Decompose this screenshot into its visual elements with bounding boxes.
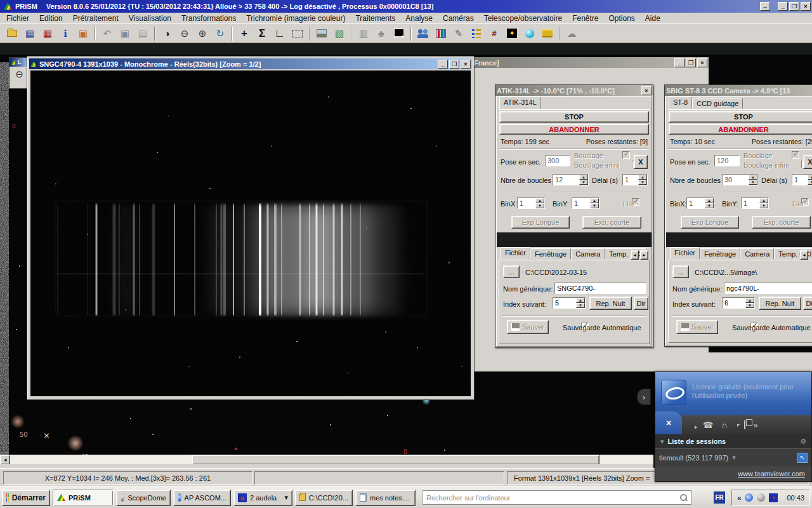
sbig-titlebar[interactable]: SBIG ST-8 3 CCD Camera -> 4.9°C [13 <box>665 85 812 96</box>
tab-scroll-left-button[interactable]: ◄ <box>800 250 808 260</box>
zoom-out-icon[interactable]: ⊖ <box>176 26 193 41</box>
tab-fichier[interactable]: Fichier <box>501 247 530 259</box>
more-icon[interactable]: » <box>754 420 758 430</box>
clipboard-icon[interactable]: ▥ <box>355 26 372 41</box>
atik-binx-spinner[interactable]: 1▲▼ <box>517 197 545 209</box>
sbig-dir-button[interactable]: Dir <box>803 297 812 310</box>
save-red-icon[interactable]: ▦ <box>39 26 56 41</box>
atik-exp-longue-button[interactable]: Exp Longue <box>511 216 570 229</box>
profile-plot-icon[interactable]: ∟ <box>272 26 288 41</box>
edit-user-icon[interactable]: ✎ <box>450 26 467 41</box>
selection-icon[interactable] <box>289 26 306 41</box>
menu-item-traitements[interactable]: Traitements <box>350 13 400 24</box>
menu-item-edition[interactable]: Edition <box>34 13 68 24</box>
levels-icon[interactable]: ◑ <box>159 26 175 41</box>
histogram-icon[interactable] <box>433 26 449 41</box>
tab-camera[interactable]: Camera <box>571 248 605 259</box>
sbig-exp-longue-button[interactable]: Exp Longue <box>681 216 739 229</box>
search-input[interactable]: Rechercher sur l'ordinateur <box>422 490 692 505</box>
info-icon[interactable]: ℹ <box>57 26 74 41</box>
sbig-exp-courte-button[interactable]: Exp. courte <box>752 216 811 229</box>
tab-camera[interactable]: Camera <box>740 248 774 259</box>
atik-sauver-button[interactable]: Sauver <box>507 320 549 334</box>
tray-icon-1[interactable] <box>745 493 753 502</box>
atik-rep-nuit-button[interactable]: Rep. Nuit <box>589 297 632 310</box>
atik-exp-courte-button[interactable]: Exp. courte <box>582 216 641 229</box>
open-image-icon[interactable] <box>4 26 20 41</box>
sbig-abandon-button[interactable]: ABANDONNER <box>669 124 812 135</box>
sbig-rep-nuit-button[interactable]: Rep. Nuit <box>759 297 801 310</box>
copy-icon[interactable]: ▣ <box>117 26 133 41</box>
atik-browse-button[interactable]: ... <box>503 265 520 278</box>
resize-button[interactable]: ↔ <box>760 2 770 11</box>
menu-item-cam-ras[interactable]: Caméras <box>438 13 479 24</box>
menu-item-analyse[interactable]: Analyse <box>400 13 438 24</box>
atik-biny-spinner[interactable]: 1▲▼ <box>572 197 599 209</box>
taskbar-item-d-marrer[interactable]: Démarrer <box>2 490 50 506</box>
save-icon[interactable]: ▦ <box>22 26 38 41</box>
grid-check-icon[interactable]: # <box>486 26 502 41</box>
menu-item-pr-traitement[interactable]: Prétraitement <box>68 13 124 24</box>
sigma-icon[interactable]: Σ <box>254 26 270 41</box>
tab-scroll-left-button[interactable]: ◄ <box>631 250 639 260</box>
sbig-nom-input[interactable]: ngc4790L- <box>724 283 812 294</box>
close-icon[interactable]: × <box>461 60 471 69</box>
menu-item-telescope-observatoire[interactable]: Telescope/observatoire <box>479 13 567 24</box>
atik-stop-button[interactable]: STOP <box>499 111 649 123</box>
starfield-icon[interactable] <box>391 26 407 41</box>
minimize-button[interactable]: _ <box>674 58 684 67</box>
thumbnail-icon[interactable] <box>313 26 330 41</box>
tab-fen-trage[interactable]: Fenêtrage <box>530 248 571 259</box>
headset-icon[interactable]: ∩ <box>721 420 727 430</box>
minimize-button[interactable]: _ <box>778 2 788 11</box>
background-window-titlebar[interactable]: France] _ ❒ × <box>473 57 709 68</box>
tree-icon[interactable]: ♣ <box>373 26 390 41</box>
maximize-button[interactable]: ❒ <box>449 60 459 69</box>
sbig-bouclage-checkbox[interactable] <box>792 151 799 159</box>
menu-item-transformations[interactable]: Transformations <box>176 13 241 24</box>
image-window-titlebar[interactable]: SNGC4790-4 1391x1039 - Monochrome - Réel… <box>29 58 472 69</box>
atik-abandon-button[interactable]: ABANDONNER <box>499 124 649 135</box>
users-icon[interactable] <box>415 26 431 41</box>
crosshair-icon[interactable]: + <box>236 26 252 41</box>
language-indicator[interactable]: FR <box>714 491 725 504</box>
session-item[interactable]: tlemoult (523 117 997) ▾ ↖ <box>655 448 811 466</box>
tab-fichier[interactable]: Fichier <box>670 247 700 259</box>
atik-boucles-spinner[interactable]: 12▲▼ <box>553 174 589 185</box>
tray-chevron[interactable]: « <box>737 494 741 502</box>
atik-dir-button[interactable]: Dir <box>634 297 648 310</box>
taskbar-item-prism[interactable]: PRiSM <box>53 490 114 506</box>
atik-index-spinner[interactable]: 5▲▼ <box>553 297 586 309</box>
horizontal-scrollbar[interactable]: ◄ <box>0 455 653 465</box>
sessions-header[interactable]: ▾ Liste de sessions ⚙ <box>655 434 811 448</box>
undo-icon[interactable]: ↶ <box>99 26 115 41</box>
phone-icon[interactable]: ☎ <box>703 420 713 430</box>
teamviewer-link[interactable]: www.teamviewer.com <box>738 470 805 478</box>
sbig-binx-spinner[interactable]: 1▲▼ <box>686 197 714 209</box>
scrollbar-thumb[interactable] <box>192 455 599 465</box>
sbig-pose-input[interactable]: 120 <box>714 155 740 166</box>
sbig-x-button[interactable]: X <box>803 155 812 169</box>
tab-st-8[interactable]: ST-8 <box>669 97 692 109</box>
atik-pose-input[interactable]: 300 <box>545 155 570 166</box>
sbig-sauver-button[interactable]: Sauver <box>676 320 718 334</box>
atik-delai-spinner[interactable]: 1▲▼ <box>622 174 648 185</box>
zoom-in-icon[interactable]: ⊕ <box>194 26 211 41</box>
camera-film-icon[interactable] <box>539 26 556 41</box>
spectrum-image[interactable] <box>30 70 471 396</box>
atik-titlebar[interactable]: ATIK-314L -> -10.0°C [71% , -10.0°C] × <box>495 85 653 96</box>
file-transfer-icon[interactable] <box>744 421 745 429</box>
sbig-biny-spinner[interactable]: 1▲▼ <box>741 197 769 209</box>
taskbar-item-2-audela[interactable]: a2 audela▾ <box>233 490 292 506</box>
meteo-icon[interactable]: ☁ <box>563 26 580 41</box>
menu-item-trichromie-imagerie-couleur[interactable]: Trichromie (imagerie couleur) <box>241 13 350 24</box>
properties-window-icon[interactable]: ▣ <box>75 26 91 41</box>
clock[interactable]: 00:43 <box>787 494 804 502</box>
align-list-icon[interactable] <box>468 26 485 41</box>
atik-bouclage-checkbox[interactable] <box>622 151 630 159</box>
zoom-refresh-icon[interactable]: ↻ <box>212 26 228 41</box>
menu-item-aide[interactable]: Aide <box>640 13 665 24</box>
scroll-left-button[interactable]: ◄ <box>0 455 10 465</box>
tab-fen-trage[interactable]: Fenêtrage <box>700 248 740 259</box>
restore-button[interactable]: ❒ <box>789 2 799 11</box>
